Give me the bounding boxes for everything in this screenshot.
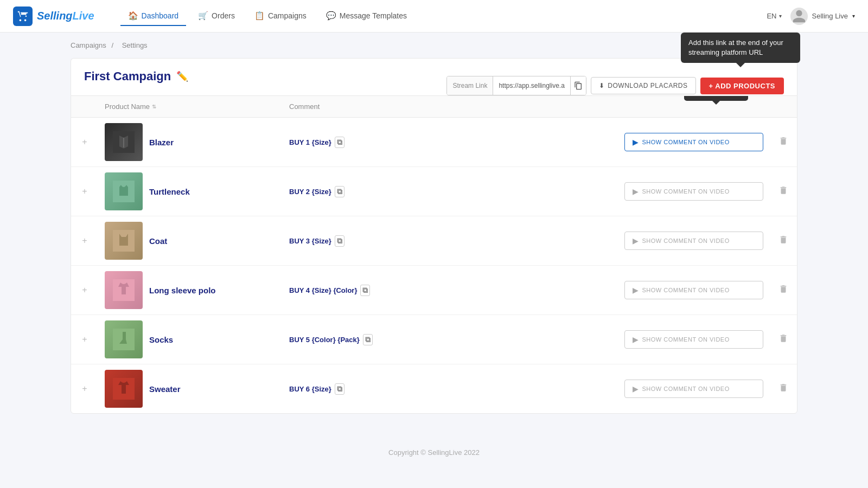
row-expand-button[interactable]: + [71, 137, 98, 147]
show-comment-on-video-button[interactable]: ▶ SHOW COMMENT ON VIDEO [624, 281, 763, 299]
copy-comment-icon[interactable]: ⧉ [335, 383, 344, 395]
nav-campaigns[interactable]: 📋 Campaigns [247, 7, 314, 26]
user-name: Selling Live [812, 12, 848, 20]
main-nav: 🏠 Dashboard 🛒 Orders 📋 Campaigns 💬 Messa… [120, 7, 750, 26]
show-btn-cell: ▶ SHOW COMMENT ON VIDEO [618, 330, 770, 349]
product-image [105, 271, 143, 309]
add-products-button[interactable]: + ADD PRODUCTS [700, 78, 784, 94]
campaign-header: First Campaign ✏️ Add this link at the e… [71, 58, 797, 95]
header-right: EN ▾ Selling Live ▾ [767, 8, 855, 25]
product-cell: Sweater [98, 370, 283, 408]
show-comment-on-video-button[interactable]: ▶ SHOW COMMENT ON VIDEO [624, 232, 763, 250]
play-icon: ▶ [633, 138, 639, 146]
language-selector[interactable]: EN ▾ [767, 12, 781, 20]
nav-message-templates[interactable]: 💬 Message Templates [318, 7, 414, 26]
delete-product-button[interactable] [775, 380, 792, 398]
stream-link-value: https://app.sellinglive.a [493, 82, 570, 89]
play-icon: ▶ [633, 187, 639, 196]
download-icon: ⬇ [599, 82, 605, 89]
delete-product-button[interactable] [775, 182, 792, 201]
orders-icon: 🛒 [198, 11, 208, 21]
stream-link-row: Stream Link https://app.sellinglive.a ⬇ … [446, 76, 784, 95]
product-image [105, 222, 143, 260]
breadcrumb-campaigns[interactable]: Campaigns [71, 41, 106, 49]
comment-tag: BUY 2 {Size} ⧉ [289, 186, 344, 197]
show-comment-on-video-button[interactable]: ▶ SHOW COMMENT ON VIDEO [624, 182, 763, 201]
delete-product-button[interactable] [775, 281, 792, 299]
row-expand-button[interactable]: + [71, 285, 98, 295]
row-expand-button[interactable]: + [71, 335, 98, 344]
campaigns-icon: 📋 [254, 11, 265, 21]
comment-tag: BUY 4 {Size} {Color} ⧉ [289, 285, 370, 296]
copy-stream-link-button[interactable] [570, 76, 586, 95]
product-name: Blazer [149, 138, 174, 147]
play-icon: ▶ [633, 236, 639, 245]
comment-cell: BUY 5 {Color} {Pack} ⧉ [283, 334, 618, 345]
copy-comment-icon[interactable]: ⧉ [335, 235, 344, 247]
th-product-name: Product Name ⇅ [98, 102, 283, 111]
show-on-stream-tooltip: Show on stream [684, 95, 748, 101]
nav-orders[interactable]: 🛒 Orders [190, 7, 242, 26]
product-image [105, 320, 143, 358]
table-row: + Turtleneck BUY 2 {Size} ⧉ ▶ [71, 167, 797, 216]
download-placards-button[interactable]: ⬇ DOWNLOAD PLACARDS [591, 77, 696, 94]
copy-comment-icon[interactable]: ⧉ [363, 334, 373, 345]
message-icon: 💬 [326, 11, 336, 21]
products-table: Product Name ⇅ Comment Show on stream + [71, 95, 797, 414]
show-btn-cell: ▶ SHOW COMMENT ON VIDEO [618, 182, 770, 201]
delete-cell [770, 281, 797, 299]
comment-tag: BUY 5 {Color} {Pack} ⧉ [289, 334, 373, 345]
table-row: + Blazer BUY 1 {Size} ⧉ [71, 118, 797, 167]
home-icon: 🏠 [128, 11, 138, 21]
copy-comment-icon[interactable]: ⧉ [360, 285, 370, 296]
table-header: Product Name ⇅ Comment Show on stream [71, 96, 797, 118]
sort-icon[interactable]: ⇅ [152, 104, 156, 110]
product-name: Sweater [149, 384, 181, 394]
row-expand-button[interactable]: + [71, 236, 98, 246]
footer: Copyright © SellingLive 2022 [0, 435, 868, 470]
product-image [105, 370, 143, 408]
th-comment: Comment [283, 102, 618, 111]
logo-text: SellingLive [37, 10, 94, 22]
product-name: Socks [149, 335, 173, 344]
table-row: + Long sleeve polo BUY 4 {Size} {Color} … [71, 266, 797, 315]
product-name: Coat [149, 236, 167, 246]
delete-product-button[interactable] [775, 330, 792, 349]
show-btn-cell: ▶ SHOW COMMENT ON VIDEO [618, 380, 770, 398]
play-icon: ▶ [633, 286, 639, 294]
show-btn-cell: ▶ SHOW COMMENT ON VIDEO [618, 232, 770, 250]
delete-product-button[interactable] [775, 232, 792, 250]
stream-link-tooltip: Add this link at the end of your streami… [681, 33, 800, 63]
copy-comment-icon[interactable]: ⧉ [335, 137, 344, 148]
show-comment-on-video-button[interactable]: ▶ SHOW COMMENT ON VIDEO [624, 330, 763, 349]
delete-cell [770, 182, 797, 201]
page-content: First Campaign ✏️ Add this link at the e… [0, 58, 868, 435]
table-row: + Sweater BUY 6 {Size} ⧉ ▶ [71, 364, 797, 413]
product-cell: Long sleeve polo [98, 271, 283, 309]
header: SellingLive 🏠 Dashboard 🛒 Orders 📋 Campa… [0, 0, 868, 33]
play-icon: ▶ [633, 335, 639, 344]
nav-dashboard[interactable]: 🏠 Dashboard [120, 7, 187, 26]
stream-link-label: Stream Link [447, 76, 493, 95]
show-comment-on-video-button[interactable]: ▶ SHOW COMMENT ON VIDEO [624, 133, 763, 151]
product-image [105, 172, 143, 210]
product-image [105, 123, 143, 161]
edit-icon[interactable]: ✏️ [176, 70, 188, 82]
logo: SellingLive [13, 7, 94, 26]
user-menu[interactable]: Selling Live ▾ [790, 8, 856, 25]
table-row: + Coat BUY 3 {Size} ⧉ ▶ [71, 216, 797, 266]
comment-tag: BUY 3 {Size} ⧉ [289, 235, 344, 247]
product-name: Long sleeve polo [149, 286, 216, 295]
show-comment-on-video-button[interactable]: ▶ SHOW COMMENT ON VIDEO [624, 380, 763, 398]
delete-cell [770, 232, 797, 250]
product-cell: Coat [98, 222, 283, 260]
copy-comment-icon[interactable]: ⧉ [335, 186, 344, 197]
show-btn-cell: ▶ SHOW COMMENT ON VIDEO [618, 281, 770, 299]
campaign-title-row: First Campaign ✏️ [84, 69, 188, 94]
product-cell: Socks [98, 320, 283, 358]
row-expand-button[interactable]: + [71, 187, 98, 196]
row-expand-button[interactable]: + [71, 384, 98, 394]
comment-tag: BUY 1 {Size} ⧉ [289, 137, 344, 148]
user-chevron-icon: ▾ [852, 13, 855, 19]
delete-product-button[interactable] [775, 133, 792, 151]
